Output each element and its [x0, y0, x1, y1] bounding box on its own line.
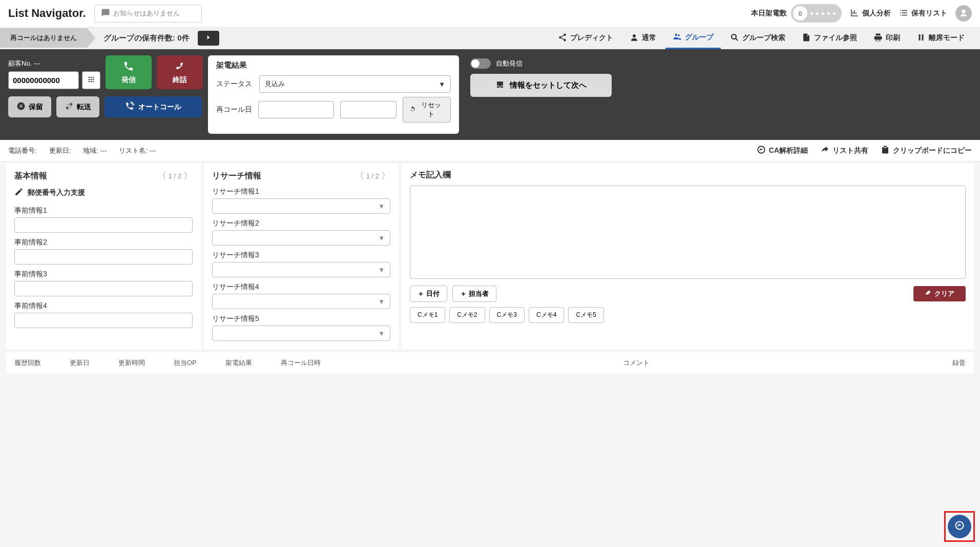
field-label: 事前情報3: [14, 270, 193, 279]
research-label: リサーチ情報1: [212, 187, 390, 196]
basic-field-1-input[interactable]: [14, 217, 193, 233]
col-op: 担当OP: [174, 358, 197, 368]
personal-analysis-link[interactable]: 個人分析: [850, 8, 891, 19]
cmemo-2-button[interactable]: Cメモ2: [449, 307, 485, 323]
cmemo-1-button[interactable]: Cメモ1: [410, 307, 445, 323]
next-page-button[interactable]: 〉: [381, 170, 390, 182]
field-label: 事前情報2: [14, 238, 193, 247]
hangup-button[interactable]: 終話: [157, 55, 203, 89]
dialpad-button[interactable]: [82, 71, 100, 89]
svg-rect-7: [919, 34, 921, 40]
svg-point-14: [93, 78, 94, 80]
auto-call-toggle[interactable]: [470, 58, 491, 69]
pause-icon: [916, 33, 926, 44]
ca-analysis-detail[interactable]: CA解析詳細: [757, 145, 808, 156]
phone-icon: [123, 60, 134, 73]
svg-point-21: [758, 146, 765, 153]
recall-time-input[interactable]: [340, 101, 397, 118]
insert-date-button[interactable]: ＋ 日付: [410, 286, 447, 302]
auto-call-toggle-row: 自動発信: [470, 58, 612, 69]
phone-down-icon: [174, 60, 185, 73]
cmemo-5-button[interactable]: Cメモ5: [568, 307, 603, 323]
research-select-1[interactable]: ▼: [212, 198, 390, 214]
clipboard-icon: [881, 145, 890, 156]
nav-group[interactable]: グループ: [665, 27, 721, 49]
svg-point-3: [633, 34, 636, 37]
copy-to-clipboard[interactable]: クリップボードにコピー: [881, 145, 972, 156]
prev-page-button[interactable]: 〈: [355, 170, 364, 182]
recall-date-label: 再コール日: [216, 105, 252, 114]
info-updated: 更新日:: [49, 146, 71, 155]
clear-memo-button[interactable]: クリア: [913, 286, 966, 301]
svg-point-11: [93, 76, 94, 78]
chevron-down-icon: ▼: [378, 202, 385, 210]
basic-field-2-input[interactable]: [14, 249, 193, 265]
prev-page-button[interactable]: 〈: [157, 170, 166, 182]
research-info-panel: リサーチ情報 〈 1 / 2 〉 リサーチ情報1 ▼ リサーチ情報2 ▼ リサー…: [204, 164, 399, 349]
group-icon: [673, 32, 682, 43]
research-title: リサーチ情報: [212, 171, 261, 181]
basic-field-3-input[interactable]: [14, 281, 193, 296]
nav-file-ref[interactable]: ファイル参照: [795, 28, 864, 49]
insert-person-button[interactable]: ＋ 担当者: [452, 286, 496, 302]
notice-box[interactable]: お知らせはありません: [94, 5, 202, 23]
research-select-2[interactable]: ▼: [212, 230, 390, 246]
chevron-down-icon: ▼: [378, 298, 385, 306]
nav-predict[interactable]: プレディクト: [551, 28, 620, 49]
list-share[interactable]: リスト共有: [820, 145, 868, 156]
memo-title: メモ記入欄: [410, 170, 451, 180]
call-button[interactable]: 発信: [106, 55, 152, 89]
plus-icon: ＋: [418, 289, 424, 298]
memo-textarea[interactable]: [410, 186, 966, 279]
svg-point-13: [91, 78, 92, 80]
chat-icon: [101, 8, 110, 19]
research-select-5[interactable]: ▼: [212, 326, 390, 341]
top-header: List Navigator. お知らせはありません 本日架電数 0 個人分析 …: [0, 0, 980, 27]
recall-date-input[interactable]: [258, 101, 334, 118]
hold-button[interactable]: 保留: [8, 96, 51, 117]
research-select-3[interactable]: ▼: [212, 262, 390, 277]
count-pill: 0: [791, 4, 842, 23]
postal-assist-button[interactable]: 郵便番号入力支援: [14, 187, 193, 198]
svg-point-17: [93, 80, 94, 82]
nav-normal[interactable]: 通常: [622, 28, 663, 49]
recall-tab[interactable]: 再コールはありません: [0, 28, 87, 48]
info-list-name: リスト名: ---: [119, 146, 156, 155]
status-label: ステータス: [216, 79, 253, 89]
col-result: 架電結果: [225, 358, 252, 368]
phone-number-input[interactable]: [8, 71, 79, 89]
held-list-link[interactable]: 保有リスト: [899, 8, 947, 19]
info-row: 電話番号: 更新日: 地域: --- リスト名: --- CA解析詳細 リスト共…: [0, 140, 980, 161]
chevron-down-icon: ▼: [378, 234, 385, 242]
col-count: 履歴回数: [14, 358, 41, 368]
app-logo: List Navigator.: [8, 7, 86, 20]
cmemo-3-button[interactable]: Cメモ3: [489, 307, 525, 323]
result-title: 架電結果: [216, 60, 451, 70]
field-label: 事前情報4: [14, 301, 193, 311]
nav-print[interactable]: 印刷: [866, 28, 907, 49]
person-icon: [630, 33, 639, 44]
next-arrow-button[interactable]: [198, 31, 219, 46]
svg-point-12: [89, 78, 90, 80]
nav-away-mode[interactable]: 離席モード: [909, 28, 972, 49]
svg-point-10: [91, 76, 92, 78]
cmemo-4-button[interactable]: Cメモ4: [529, 307, 564, 323]
svg-rect-20: [22, 105, 23, 108]
basic-field-4-input[interactable]: [14, 313, 193, 328]
autocall-button[interactable]: オートコール: [105, 96, 202, 117]
transfer-button[interactable]: 転送: [56, 96, 99, 117]
set-info-next-button[interactable]: 情報をセットして次へ: [470, 74, 612, 97]
memo-panel: メモ記入欄 ＋ 日付 ＋ 担当者 クリア Cメモ1 Cメモ2 Cメモ3 Cメモ4…: [402, 164, 974, 349]
research-select-4[interactable]: ▼: [212, 294, 390, 309]
nav-group-search[interactable]: グループ検索: [723, 28, 793, 49]
reset-button[interactable]: リセット: [403, 97, 451, 123]
call-control-bar: 顧客No. --- 発信 終話 保留: [0, 49, 980, 140]
col-time: 更新時間: [118, 358, 145, 368]
next-page-button[interactable]: 〉: [183, 170, 193, 182]
user-avatar[interactable]: [955, 5, 972, 22]
svg-point-5: [678, 34, 680, 36]
chevron-down-icon: ▼: [378, 330, 385, 337]
reset-icon: [409, 106, 416, 114]
status-select[interactable]: 見込み ▼: [259, 75, 451, 93]
basic-title: 基本情報: [14, 171, 47, 181]
